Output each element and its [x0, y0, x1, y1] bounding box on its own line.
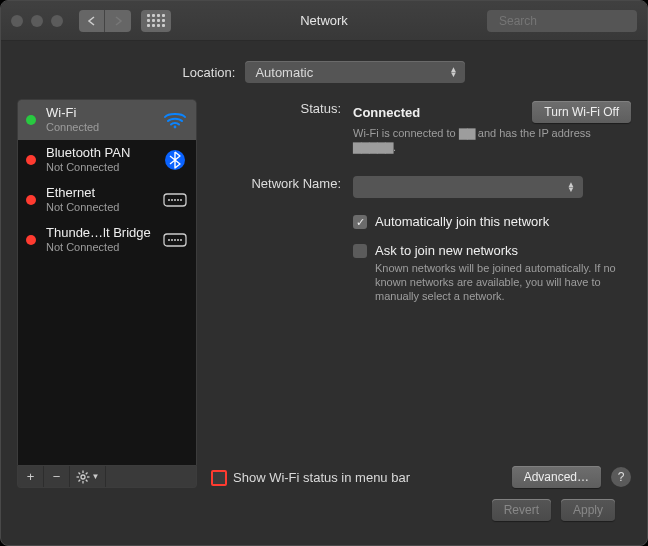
- svg-point-14: [177, 239, 179, 241]
- svg-point-2: [174, 126, 177, 129]
- revert-button[interactable]: Revert: [492, 499, 551, 521]
- window-controls: [11, 15, 63, 27]
- show-all-button[interactable]: [141, 10, 171, 32]
- auto-join-label: Automatically join this network: [375, 214, 549, 229]
- gear-icon: [76, 470, 90, 484]
- remove-service-button[interactable]: −: [44, 466, 70, 487]
- search-input[interactable]: [497, 13, 648, 29]
- location-row: Location: Automatic ▲▼: [17, 61, 631, 83]
- search-field[interactable]: [487, 10, 637, 32]
- svg-line-24: [78, 479, 80, 481]
- network-preferences-window: Network Location: Automatic ▲▼ Wi-Fi: [0, 0, 648, 546]
- network-name-label: Network Name:: [211, 176, 341, 198]
- add-service-button[interactable]: +: [18, 466, 44, 487]
- ask-join-label: Ask to join new networks: [375, 243, 518, 258]
- svg-point-6: [171, 199, 173, 201]
- wifi-toggle-button[interactable]: Turn Wi-Fi Off: [532, 101, 631, 123]
- chevron-down-icon: ▼: [92, 472, 100, 481]
- ethernet-icon: [162, 190, 188, 210]
- location-value: Automatic: [255, 65, 313, 80]
- ask-join-checkbox[interactable]: Ask to join new networks: [353, 243, 518, 258]
- show-status-checkbox[interactable]: Show Wi-Fi status in menu bar: [211, 469, 410, 486]
- detail-pane: Status: Connected Turn Wi-Fi Off Wi-Fi i…: [211, 99, 631, 488]
- main-area: Wi-Fi Connected Bluetooth PAN Not Connec…: [17, 99, 631, 488]
- wifi-icon: [162, 110, 188, 130]
- service-status: Not Connected: [46, 240, 152, 254]
- service-name: Bluetooth PAN: [46, 146, 152, 160]
- svg-point-15: [180, 239, 182, 241]
- grid-icon: [147, 14, 165, 27]
- forward-button[interactable]: [105, 10, 131, 32]
- ask-join-subtext: Known networks will be joined automatica…: [375, 261, 631, 303]
- svg-point-7: [174, 199, 176, 201]
- service-status: Not Connected: [46, 160, 152, 174]
- popup-arrows-icon: ▲▼: [567, 182, 575, 192]
- ethernet-icon: [162, 230, 188, 250]
- service-name: Ethernet: [46, 186, 152, 200]
- svg-point-13: [174, 239, 176, 241]
- service-text: Ethernet Not Connected: [46, 186, 152, 214]
- network-name-row: Network Name: ▲▼: [211, 174, 631, 200]
- network-name-popup[interactable]: ▲▼: [353, 176, 583, 198]
- close-window-button[interactable]: [11, 15, 23, 27]
- checkbox-unchecked-icon: [353, 244, 367, 258]
- service-text: Wi-Fi Connected: [46, 106, 152, 134]
- svg-point-12: [171, 239, 173, 241]
- svg-point-8: [177, 199, 179, 201]
- bluetooth-icon: [162, 150, 188, 170]
- service-name: Thunde…lt Bridge: [46, 226, 152, 240]
- advanced-button[interactable]: Advanced…: [512, 466, 601, 488]
- status-dot-red: [26, 235, 36, 245]
- status-value: Connected: [353, 105, 420, 120]
- status-label: Status:: [211, 101, 341, 116]
- service-text: Bluetooth PAN Not Connected: [46, 146, 152, 174]
- status-dot-red: [26, 195, 36, 205]
- checkbox-highlighted-icon: [211, 470, 227, 486]
- service-status: Not Connected: [46, 200, 152, 214]
- service-item-wifi[interactable]: Wi-Fi Connected: [18, 100, 196, 140]
- apply-button[interactable]: Apply: [561, 499, 615, 521]
- service-item-bluetooth-pan[interactable]: Bluetooth PAN Not Connected: [18, 140, 196, 180]
- location-label: Location:: [183, 65, 236, 80]
- checkbox-checked-icon: [353, 215, 367, 229]
- help-button[interactable]: ?: [611, 467, 631, 487]
- popup-arrows-icon: ▲▼: [449, 67, 457, 77]
- nav-buttons: [79, 10, 131, 32]
- service-toolbar: + − ▼: [17, 466, 197, 488]
- status-dot-red: [26, 155, 36, 165]
- service-status: Connected: [46, 120, 152, 134]
- svg-point-11: [168, 239, 170, 241]
- service-name: Wi-Fi: [46, 106, 152, 120]
- svg-point-16: [81, 475, 85, 479]
- ask-join-row: Ask to join new networks Known networks …: [211, 241, 631, 305]
- svg-point-5: [168, 199, 170, 201]
- service-item-ethernet[interactable]: Ethernet Not Connected: [18, 180, 196, 220]
- svg-line-22: [85, 479, 87, 481]
- service-sidebar: Wi-Fi Connected Bluetooth PAN Not Connec…: [17, 99, 197, 488]
- service-item-thunderbolt-bridge[interactable]: Thunde…lt Bridge Not Connected: [18, 220, 196, 260]
- detail-bottom-row: Show Wi-Fi status in menu bar Advanced… …: [211, 458, 631, 488]
- auto-join-row: Automatically join this network: [211, 212, 631, 231]
- minimize-window-button[interactable]: [31, 15, 43, 27]
- svg-point-9: [180, 199, 182, 201]
- service-list[interactable]: Wi-Fi Connected Bluetooth PAN Not Connec…: [17, 99, 197, 466]
- back-button[interactable]: [79, 10, 105, 32]
- status-dot-green: [26, 115, 36, 125]
- footer: Revert Apply: [17, 488, 631, 535]
- zoom-window-button[interactable]: [51, 15, 63, 27]
- window-body: Location: Automatic ▲▼ Wi-Fi Connected: [1, 41, 647, 545]
- svg-line-23: [85, 472, 87, 474]
- status-subtext: Wi-Fi is connected to ▇▇ and has the IP …: [353, 126, 623, 154]
- service-text: Thunde…lt Bridge Not Connected: [46, 226, 152, 254]
- show-status-label: Show Wi-Fi status in menu bar: [233, 470, 410, 485]
- location-popup[interactable]: Automatic ▲▼: [245, 61, 465, 83]
- service-actions-menu[interactable]: ▼: [70, 466, 106, 487]
- status-row: Status: Connected Turn Wi-Fi Off Wi-Fi i…: [211, 99, 631, 156]
- auto-join-checkbox[interactable]: Automatically join this network: [353, 214, 549, 229]
- svg-line-21: [78, 472, 80, 474]
- titlebar: Network: [1, 1, 647, 41]
